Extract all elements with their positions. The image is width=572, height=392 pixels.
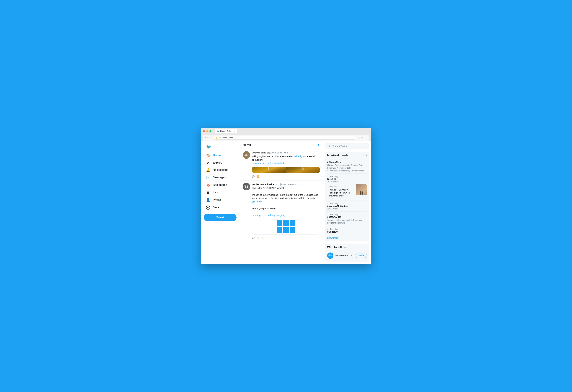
search-box[interactable]: 🔍 Search Twitter: [325, 143, 369, 149]
follow-verified-badge: ✔: [351, 254, 352, 257]
sidebar-item-messages[interactable]: ✉️ Messages: [204, 174, 237, 181]
twitter-logo[interactable]: 🐦: [204, 142, 237, 151]
seinfeld-card-image: [356, 184, 367, 195]
back-button[interactable]: ‹: [205, 136, 206, 139]
tweet-item: TS Tobias van Schneider ✔ @vanschneider …: [240, 181, 323, 242]
bookmarks-label: Bookmarks: [213, 183, 227, 187]
tweet-meta: Joshua Earle @joshua_earle · 45m: [252, 151, 288, 154]
sidebar-item-bookmarks[interactable]: 🔖 Bookmarks: [204, 181, 237, 189]
tweet-time: · 45m: [283, 151, 288, 154]
tweet-image-1[interactable]: [252, 166, 286, 173]
like-button[interactable]: ♡: [261, 236, 266, 240]
tweet-body: Joshua Earle @joshua_earle · 45m ⌄ Hikin…: [252, 151, 320, 178]
search-icon: 🔍: [328, 145, 331, 148]
address-bar[interactable]: 🔒 twitter.com/home: [213, 136, 356, 139]
refresh-button[interactable]: ↻: [210, 136, 211, 139]
tweet-more-button[interactable]: ⌄: [318, 183, 320, 186]
sidebar-item-home[interactable]: 🏠 Home: [204, 152, 237, 159]
trend-item-disneyplus[interactable]: #DisneyPlus #DisneyPlus is coming to Can…: [327, 159, 367, 174]
avatar[interactable]: TS: [243, 183, 250, 190]
traffic-light-green[interactable]: [209, 130, 211, 132]
more-options-icon[interactable]: ⋮: [365, 136, 367, 139]
tweet-image-2[interactable]: [286, 166, 320, 173]
sidebar-item-lists[interactable]: ☰ Lists: [204, 189, 237, 196]
share-button[interactable]: ↑: [266, 175, 269, 178]
trend-item-monday[interactable]: 2 · Trending #MondayMotivation 125K Twee…: [327, 201, 367, 212]
tweet-author-name: Joshua Earle: [252, 151, 266, 154]
who-to-follow-box: Who to follow GN Gillian Natali... ✔ Fol…: [325, 243, 369, 262]
trends-settings-icon[interactable]: ⚙: [365, 154, 367, 157]
traffic-light-yellow[interactable]: [206, 130, 208, 132]
home-label: Home: [213, 154, 221, 157]
new-tab-button[interactable]: +: [238, 130, 240, 133]
tweet-actions: 💬 🔁 ♡ ↑: [252, 236, 320, 240]
tweet-hashtag-link[interactable]: #TheBigTrip: [294, 155, 306, 158]
tweet-more-button[interactable]: ⌄: [318, 151, 320, 154]
show-more-trends[interactable]: Show more: [327, 235, 367, 239]
trend-hashtag: #Unifor19: [327, 231, 367, 233]
twitter-app: 🐦 🏠 Home # Explore 🔔 Notifications ✉️ M: [201, 141, 371, 264]
tab-title: Home / Twitter: [220, 130, 232, 132]
follow-button[interactable]: Follow: [355, 254, 367, 258]
notifications-icon: 🔔: [206, 168, 210, 172]
tweet-card[interactable]: [252, 219, 320, 235]
tweet-mention-link[interactable]: @webalys: [252, 200, 263, 203]
tweet-text: Hiking High Dune. Our first adventure on…: [252, 155, 320, 165]
trend-card[interactable]: Television Friends or Seinfeld? Fans sig…: [327, 184, 367, 199]
search-placeholder: Search Twitter: [333, 145, 347, 147]
tweet-header: Joshua Earle @joshua_earle · 45m ⌄: [252, 151, 320, 154]
sidebar-item-notifications[interactable]: 🔔 Notifications: [204, 166, 237, 174]
active-tab[interactable]: 🐦 Home / Twitter ×: [215, 129, 237, 134]
semplice-logo: [252, 219, 320, 234]
trend-card-category: Television: [329, 186, 352, 188]
trend-meta: 125K Tweets: [327, 208, 367, 210]
who-to-follow-title: Who to follow: [327, 246, 367, 249]
follow-avatar[interactable]: GN: [327, 253, 334, 259]
desert-person-2: [302, 166, 304, 170]
tweet-button[interactable]: Tweet: [204, 214, 237, 221]
trend-hashtag: #AMOConf19: [327, 216, 367, 218]
tab-close-button[interactable]: ×: [234, 130, 235, 132]
sidebar-item-explore[interactable]: # Explore: [204, 159, 237, 166]
tweet-url-link[interactable]: explorehuper.com/hiking-high-du...: [252, 162, 287, 165]
lists-icon: ☰: [206, 191, 210, 195]
like-button[interactable]: ♡: [261, 175, 266, 178]
more-icon: •••: [206, 206, 210, 210]
trend-item-seinfeld[interactable]: 1 · Trending Seinfeld 10.9K Tweets Telev…: [327, 174, 367, 201]
more-label: More: [213, 206, 219, 209]
sidebar-item-profile[interactable]: 👤 Profile: [204, 196, 237, 204]
tweet-time: · 1h: [295, 183, 299, 186]
sparkle-button[interactable]: ✦: [317, 143, 320, 147]
share-button[interactable]: ↑: [266, 236, 269, 240]
trend-number: 4 · Trending: [327, 228, 367, 230]
avatar[interactable]: JE: [243, 151, 250, 159]
tweet-author-name: Tobias van Schneider: [252, 183, 275, 186]
follow-item: GN Gillian Natali... ✔ Follow: [327, 251, 367, 260]
bookmark-page-icon[interactable]: ☆: [361, 136, 363, 139]
tweet-actions: 💬 🔁 ♡ ↑: [252, 175, 320, 178]
trend-number: 2 · Trending: [327, 202, 367, 205]
forward-button[interactable]: ›: [207, 136, 208, 139]
main-feed: Home ✦ JE Joshua Earle @joshua_earle · 4…: [240, 141, 323, 264]
left-sidebar: 🐦 🏠 Home # Explore 🔔 Notifications ✉️ M: [201, 141, 240, 264]
grid-cell: [283, 220, 289, 226]
retweet-button[interactable]: 🔁: [257, 236, 261, 240]
trend-desc: #DisneyPlus is coming to Canada. Start S…: [327, 164, 367, 169]
trend-desc: Trending with: #amoconf2019, premier dou…: [327, 219, 367, 224]
promoted-text: Promoted by Walt Disney Studios Canada: [329, 170, 364, 172]
follow-info: Gillian Natali... ✔: [335, 254, 353, 257]
reply-button[interactable]: 💬: [252, 175, 257, 178]
sidebar-item-more[interactable]: ••• More: [204, 204, 237, 211]
tweet-card-link[interactable]: semplice.com/design-language: [255, 214, 286, 216]
trend-item-amoconf[interactable]: 3 · Trending #AMOConf19 Trending with: #…: [327, 212, 367, 226]
messages-icon: ✉️: [206, 176, 210, 180]
profile-label: Profile: [213, 198, 221, 202]
trend-item-unifor[interactable]: 4 · Trending #Unifor19: [327, 226, 367, 235]
traffic-light-red[interactable]: [203, 130, 205, 132]
reply-button[interactable]: 💬: [252, 236, 257, 240]
tweet-text: This is the "DEADLINE" symbol. It's part…: [252, 186, 320, 217]
reader-mode-icon[interactable]: ⊙: [358, 136, 360, 139]
main-nav: 🏠 Home # Explore 🔔 Notifications ✉️ Mess…: [204, 152, 237, 211]
retweet-button[interactable]: 🔁: [257, 175, 261, 178]
notifications-label: Notifications: [213, 168, 228, 172]
